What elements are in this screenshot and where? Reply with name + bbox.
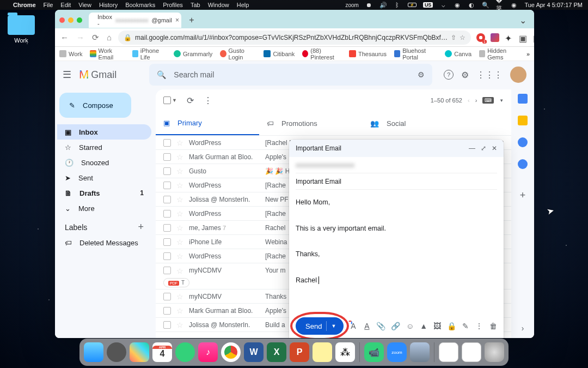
dock-doc2[interactable] xyxy=(462,342,481,362)
sign-icon[interactable]: ✎ xyxy=(462,322,470,330)
tab-promotions[interactable]: 🏷Promotions xyxy=(259,111,363,135)
compose-fullscreen-icon[interactable]: ⤢ xyxy=(481,144,486,152)
menubar-app[interactable]: Chrome xyxy=(13,2,36,8)
nav-sent[interactable]: ➤Sent xyxy=(57,170,151,185)
row-checkbox[interactable] xyxy=(163,252,171,260)
new-tab-button[interactable]: + xyxy=(185,13,199,27)
gmail-logo[interactable]: MGmail xyxy=(79,68,117,82)
row-checkbox[interactable] xyxy=(163,167,171,175)
spotlight-icon[interactable]: 🔍 xyxy=(482,1,489,9)
screenrec-icon[interactable]: ⏺ xyxy=(365,1,373,9)
menu-tab[interactable]: Tab xyxy=(191,2,200,8)
control-center-icon[interactable]: �菜 xyxy=(496,1,504,9)
bookmark-workemail[interactable]: Work Email xyxy=(90,47,124,61)
menu-history[interactable]: History xyxy=(99,2,118,8)
row-checkbox[interactable] xyxy=(163,139,171,147)
row-star-icon[interactable]: ☆ xyxy=(176,167,183,176)
dock-chrome[interactable] xyxy=(221,342,241,362)
dock-powerpoint[interactable]: P xyxy=(290,342,309,362)
input-dropdown-icon[interactable]: ▼ xyxy=(499,98,504,103)
nav-reload-icon[interactable]: ⟳ xyxy=(91,33,100,43)
drive-icon[interactable]: ▲ xyxy=(420,322,428,330)
select-dropdown-icon[interactable]: ▼ xyxy=(172,98,177,103)
row-star-icon[interactable]: ☆ xyxy=(176,181,183,190)
input-source[interactable]: US xyxy=(423,2,433,8)
row-star-icon[interactable]: ☆ xyxy=(176,306,183,315)
tabs-menu-icon[interactable]: ⌄ xyxy=(519,15,530,26)
volume-icon[interactable]: 🔊 xyxy=(379,1,387,9)
tab-close-icon[interactable]: × xyxy=(175,16,179,24)
nav-starred[interactable]: ☆Starred xyxy=(57,140,151,155)
row-checkbox[interactable] xyxy=(163,307,171,315)
user-icon[interactable]: ◉ xyxy=(454,1,461,9)
nav-drafts[interactable]: 🗎Drafts1 xyxy=(57,185,151,201)
account-avatar[interactable] xyxy=(510,67,526,83)
emoji-icon[interactable]: ☺ xyxy=(406,322,414,330)
menu-help[interactable]: Help xyxy=(237,2,249,8)
dock-trash[interactable] xyxy=(485,342,504,362)
more-options-icon[interactable]: ⋮ xyxy=(475,322,483,330)
compose-subject-field[interactable]: Important Email xyxy=(296,173,497,190)
keep-addon-icon[interactable] xyxy=(518,116,528,125)
tab-primary[interactable]: ▣Primary xyxy=(156,111,259,135)
link-icon[interactable]: 🔗 xyxy=(391,322,400,330)
input-tool-icon[interactable]: ⌨ xyxy=(482,97,494,104)
bookmark-grammarly[interactable]: Grammarly xyxy=(174,50,212,57)
select-all-checkbox[interactable] xyxy=(163,96,171,104)
menu-edit[interactable]: Edit xyxy=(60,2,71,8)
nav-back-icon[interactable]: ← xyxy=(59,33,70,42)
collapse-panel-icon[interactable]: › xyxy=(522,324,524,333)
menu-view[interactable]: View xyxy=(78,2,91,8)
row-star-icon[interactable]: ☆ xyxy=(176,195,183,204)
bookmark-thesaurus[interactable]: Thesaurus xyxy=(349,50,387,57)
address-bar[interactable]: 🔒 mail.google.com/mail/u/1/#inbox?compos… xyxy=(118,31,471,45)
menu-file[interactable]: File xyxy=(44,2,53,8)
compose-button[interactable]: ✎ Compose xyxy=(59,93,131,118)
google-apps-icon[interactable]: ⋮⋮⋮ xyxy=(476,70,503,80)
zoom-menubar[interactable]: zoom xyxy=(345,2,358,8)
dock-word[interactable]: W xyxy=(244,342,264,362)
add-label-icon[interactable]: + xyxy=(138,221,144,233)
more-actions-icon[interactable]: ⋮ xyxy=(204,95,212,106)
row-checkbox[interactable] xyxy=(163,182,171,189)
bookmark-bluehost[interactable]: Bluehost Portal xyxy=(394,47,437,61)
menu-profiles[interactable]: Profiles xyxy=(163,2,183,8)
dock-finder[interactable] xyxy=(84,342,103,362)
compose-minimize-icon[interactable]: — xyxy=(469,144,475,152)
row-star-icon[interactable]: ☆ xyxy=(176,321,183,329)
ext-1-icon[interactable]: 1 xyxy=(476,33,485,42)
extensions-icon[interactable]: ✦ xyxy=(505,33,513,42)
confidential-icon[interactable]: 🔒 xyxy=(447,322,456,330)
row-star-icon[interactable]: ☆ xyxy=(176,292,183,301)
cast-icon[interactable]: ▣ xyxy=(519,33,528,42)
wifi-icon[interactable]: ⌵ xyxy=(439,1,447,9)
calendar-addon-icon[interactable] xyxy=(518,94,528,104)
dock-preview[interactable] xyxy=(410,342,430,362)
compose-to-field[interactable]: xxxxxxxxxxxxxxxxxx xyxy=(296,157,497,173)
row-checkbox[interactable] xyxy=(163,224,171,232)
dock-calendar[interactable]: APR4 xyxy=(152,342,172,362)
dock-doc1[interactable] xyxy=(439,342,458,362)
format-text-icon[interactable]: A xyxy=(363,322,371,330)
send-button[interactable]: Send ▼ xyxy=(296,317,344,335)
row-checkbox[interactable] xyxy=(163,321,171,329)
menubar-clock[interactable]: Tue Apr 4 5:07:17 PM xyxy=(524,2,583,8)
format-a-icon[interactable]: A xyxy=(349,322,357,330)
row-checkbox[interactable] xyxy=(163,267,171,274)
nav-snoozed[interactable]: 🕐Snoozed xyxy=(57,155,151,170)
browser-tab[interactable]: Inbox - xxxxxxxxxxx@gmail × xyxy=(89,13,181,28)
image-icon[interactable]: 🖼 xyxy=(433,322,442,330)
send-options-icon[interactable]: ▼ xyxy=(331,323,336,329)
bookmark-gusto[interactable]: Gusto Login xyxy=(220,47,256,61)
attach-icon[interactable]: 📎 xyxy=(376,322,385,330)
bookmark-work[interactable]: Work xyxy=(59,50,82,57)
sidepanel-icon[interactable]: ◧ xyxy=(533,33,534,42)
dock-slack[interactable]: ⁂ xyxy=(335,342,355,362)
nightshift-icon[interactable]: ◐ xyxy=(468,1,475,9)
page-next-icon[interactable]: › xyxy=(475,97,477,104)
tasks-addon-icon[interactable] xyxy=(518,137,528,147)
contacts-addon-icon[interactable] xyxy=(518,159,528,169)
window-zoom[interactable] xyxy=(77,17,82,23)
battery-icon[interactable]: ⚡ xyxy=(408,3,416,7)
dock-facetime[interactable]: 📹 xyxy=(364,342,384,362)
